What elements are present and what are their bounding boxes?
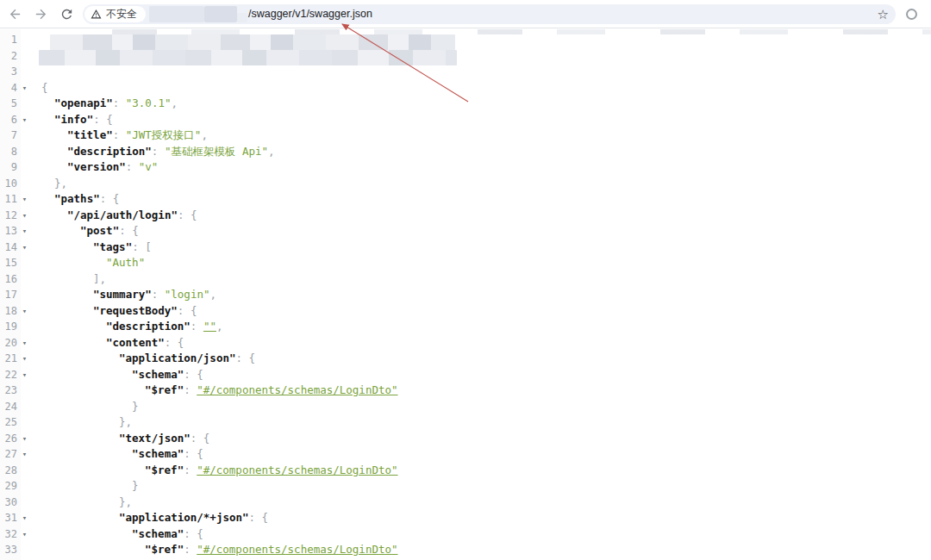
line-number: 32 <box>0 526 17 543</box>
json-punct: : <box>152 288 165 301</box>
json-line: 8"description": "基础框架模板 Api", <box>0 144 931 160</box>
json-line: 32▾"schema": { <box>0 526 931 543</box>
json-key: "content" <box>106 336 165 349</box>
collapse-arrow-icon[interactable]: ▾ <box>17 223 32 240</box>
json-link[interactable]: "" <box>203 320 216 333</box>
gutter-spacer <box>17 48 32 65</box>
code-text: "summary": "login", <box>32 287 931 303</box>
code-text: "text/json": { <box>32 431 931 447</box>
json-line: 27▾"schema": { <box>0 446 931 463</box>
line-number: 20 <box>0 335 17 352</box>
browser-window: 不安全 /swagger/v1/swagger.json ☆ 1234▾{5"o… <box>0 0 931 560</box>
bookmark-star-icon[interactable]: ☆ <box>878 8 889 21</box>
json-link[interactable]: "#/components/schemas/LoginDto" <box>197 383 397 396</box>
json-link[interactable]: "#/components/schemas/LoginDto" <box>197 543 397 556</box>
json-line: 1 <box>0 32 931 48</box>
collapse-arrow-icon[interactable]: ▾ <box>17 80 32 96</box>
collapse-arrow-icon[interactable]: ▾ <box>17 303 32 320</box>
back-button[interactable] <box>3 3 26 25</box>
json-punct: : { <box>178 304 197 317</box>
collapse-arrow-icon[interactable]: ▾ <box>17 335 32 352</box>
json-line: 16], <box>0 271 931 288</box>
json-line: 30}, <box>0 495 931 511</box>
collapse-arrow-icon[interactable]: ▾ <box>17 526 32 543</box>
code-text: }, <box>32 495 931 511</box>
json-string: "JWT授权接口" <box>126 128 202 141</box>
collapse-arrow-icon[interactable]: ▾ <box>17 351 32 367</box>
json-punct: : { <box>100 192 120 205</box>
line-number: 2 <box>0 48 17 65</box>
code-text: "$ref": "#/components/schemas/LoginDto" <box>32 383 931 399</box>
code-text: { <box>32 80 931 96</box>
collapse-arrow-icon[interactable]: ▾ <box>17 431 32 447</box>
redacted-block <box>204 6 237 22</box>
reload-button[interactable] <box>55 3 78 25</box>
json-line: 31▾"application/*+json": { <box>0 510 931 526</box>
gutter-spacer <box>17 319 32 335</box>
json-punct: : { <box>191 432 210 445</box>
json-line: 12▾"/api/auth/login": { <box>0 208 931 224</box>
code-text: "$ref": "#/components/schemas/LoginDto" <box>32 463 931 479</box>
line-number: 11 <box>0 191 17 208</box>
collapse-arrow-icon[interactable]: ▾ <box>17 240 32 256</box>
collapse-arrow-icon[interactable]: ▾ <box>17 208 32 224</box>
line-number: 10 <box>0 176 17 192</box>
json-punct: : <box>113 128 126 141</box>
json-punct: , <box>171 96 178 109</box>
forward-button[interactable] <box>29 3 52 25</box>
json-punct: : { <box>184 527 203 540</box>
gutter-spacer <box>17 542 32 558</box>
profile-avatar[interactable] <box>906 9 917 20</box>
json-punct: }, <box>119 415 132 428</box>
reload-icon <box>59 7 74 22</box>
json-key: "tags" <box>93 240 132 253</box>
code-text: "title": "JWT授权接口", <box>32 128 931 144</box>
security-badge[interactable]: 不安全 <box>84 6 146 22</box>
json-punct: : <box>152 145 165 158</box>
json-punct: : { <box>178 208 197 221</box>
address-bar[interactable]: 不安全 /swagger/v1/swagger.json ☆ <box>83 4 896 24</box>
json-key: "title" <box>67 128 113 141</box>
line-number: 23 <box>0 383 17 399</box>
warning-triangle-icon <box>91 9 102 20</box>
code-text: } <box>32 478 931 495</box>
gutter-spacer <box>17 495 32 511</box>
collapse-arrow-icon[interactable]: ▾ <box>17 510 32 526</box>
json-line: 23"$ref": "#/components/schemas/LoginDto… <box>0 383 931 399</box>
collapse-arrow-icon[interactable]: ▾ <box>17 446 32 463</box>
json-punct: { <box>41 81 48 94</box>
code-text: "application/json": { <box>32 351 931 367</box>
collapse-arrow-icon[interactable]: ▾ <box>17 112 32 128</box>
collapse-arrow-icon[interactable]: ▾ <box>17 191 32 208</box>
json-key: "post" <box>80 224 119 237</box>
json-key: "/api/auth/login" <box>67 208 178 221</box>
line-number: 21 <box>0 351 17 367</box>
line-number: 19 <box>0 319 17 335</box>
line-number: 6 <box>0 112 17 128</box>
back-arrow-icon <box>8 7 22 22</box>
line-number: 22 <box>0 367 17 383</box>
json-key: "paths" <box>54 192 100 205</box>
json-punct: } <box>132 400 139 413</box>
json-line: 3 <box>0 64 931 80</box>
json-line: 28"$ref": "#/components/schemas/LoginDto… <box>0 463 931 479</box>
json-line: 20▾"content": { <box>0 335 931 352</box>
json-punct: } <box>132 479 139 492</box>
line-number: 15 <box>0 255 17 271</box>
collapse-arrow-icon[interactable]: ▾ <box>17 367 32 383</box>
code-text: }, <box>32 414 931 431</box>
line-number: 7 <box>0 128 17 144</box>
line-number: 25 <box>0 414 17 431</box>
gutter-spacer <box>17 255 32 271</box>
json-link[interactable]: "#/components/schemas/LoginDto" <box>197 464 397 476</box>
json-punct: : <box>184 464 197 476</box>
line-number: 28 <box>0 463 17 479</box>
json-key: "$ref" <box>145 464 184 476</box>
json-line: 25}, <box>0 414 931 431</box>
line-number: 16 <box>0 271 17 288</box>
json-punct: : [ <box>132 240 152 253</box>
code-text: "schema": { <box>32 446 931 463</box>
gutter-spacer <box>17 271 32 288</box>
json-key: "application/*+json" <box>119 511 249 524</box>
gutter-spacer <box>17 399 32 415</box>
